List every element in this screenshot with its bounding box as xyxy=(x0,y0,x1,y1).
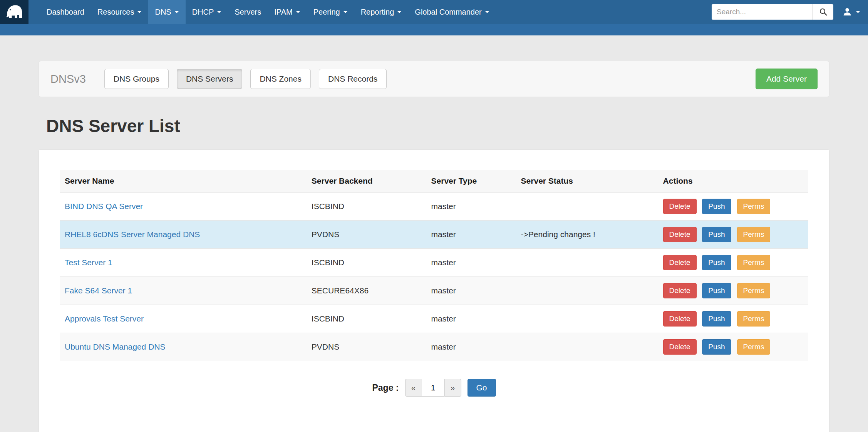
page-label: Page : xyxy=(372,383,399,393)
dns-toolbar: DNSv3 DNS Groups DNS Servers DNS Zones D… xyxy=(39,61,829,97)
navbar-right xyxy=(712,0,868,24)
column-header-server-type: Server Type xyxy=(427,170,516,193)
add-server-button[interactable]: Add Server xyxy=(756,69,818,89)
server-link[interactable]: Approvals Test Server xyxy=(65,314,144,323)
table-row: RHEL8 6cDNS Server Managed DNS PVDNS mas… xyxy=(60,221,808,249)
table-row: Ubuntu DNS Managed DNS PVDNS master Dele… xyxy=(60,333,808,361)
tab-dns-zones[interactable]: DNS Zones xyxy=(250,69,311,89)
nav-item-label: Reporting xyxy=(361,8,394,17)
delete-button[interactable]: Delete xyxy=(663,283,697,298)
perms-button[interactable]: Perms xyxy=(737,339,771,355)
user-icon xyxy=(842,7,853,17)
main-nav: Dashboard Resources DNS DHCP Servers IPA… xyxy=(40,0,496,24)
cell-backend: ISCBIND xyxy=(307,193,427,221)
perms-button[interactable]: Perms xyxy=(737,311,771,327)
next-page-button[interactable]: » xyxy=(444,379,461,397)
push-button[interactable]: Push xyxy=(702,283,731,298)
user-menu[interactable] xyxy=(842,7,860,17)
server-link[interactable]: RHEL8 6cDNS Server Managed DNS xyxy=(65,230,200,239)
delete-button[interactable]: Delete xyxy=(663,339,697,355)
nav-item-global-commander[interactable]: Global Commander xyxy=(408,0,496,24)
push-button[interactable]: Push xyxy=(702,227,731,242)
delete-button[interactable]: Delete xyxy=(663,199,697,214)
cell-backend: PVDNS xyxy=(307,221,427,249)
cell-type: master xyxy=(427,193,516,221)
delete-button[interactable]: Delete xyxy=(663,255,697,270)
cell-backend: PVDNS xyxy=(307,333,427,361)
cell-status xyxy=(516,277,659,305)
tab-dns-groups[interactable]: DNS Groups xyxy=(104,69,169,89)
nav-item-label: DNS xyxy=(155,8,171,17)
nav-item-dashboard[interactable]: Dashboard xyxy=(40,0,91,24)
pagination: Page : « » Go xyxy=(60,379,808,397)
nav-item-label: Peering xyxy=(313,8,340,17)
cell-backend: SECURE64X86 xyxy=(307,277,427,305)
nav-item-reporting[interactable]: Reporting xyxy=(354,0,409,24)
go-button[interactable]: Go xyxy=(468,379,496,397)
perms-button[interactable]: Perms xyxy=(737,283,771,298)
main-content: DNSv3 DNS Groups DNS Servers DNS Zones D… xyxy=(0,61,868,432)
cell-status xyxy=(516,249,659,277)
nav-item-peering[interactable]: Peering xyxy=(307,0,354,24)
cell-status xyxy=(516,305,659,333)
chevron-down-icon xyxy=(174,11,179,13)
cell-backend: ISCBIND xyxy=(307,305,427,333)
nav-item-dns[interactable]: DNS xyxy=(148,0,185,24)
column-header-server-status: Server Status xyxy=(516,170,659,193)
prev-page-button[interactable]: « xyxy=(405,379,422,397)
nav-item-label: Servers xyxy=(235,8,261,17)
perms-button[interactable]: Perms xyxy=(737,199,771,214)
server-link[interactable]: Ubuntu DNS Managed DNS xyxy=(65,342,165,351)
chevron-down-icon xyxy=(343,11,348,13)
push-button[interactable]: Push xyxy=(702,199,731,214)
chevron-down-icon xyxy=(856,11,860,13)
page-input[interactable] xyxy=(422,379,444,397)
push-button[interactable]: Push xyxy=(702,339,731,355)
nav-item-resources[interactable]: Resources xyxy=(91,0,149,24)
chevron-down-icon xyxy=(397,11,402,13)
nav-item-ipam[interactable]: IPAM xyxy=(268,0,307,24)
table-header-row: Server Name Server Backend Server Type S… xyxy=(60,170,808,193)
nav-item-label: DHCP xyxy=(192,8,214,17)
column-header-server-name: Server Name xyxy=(60,170,307,193)
chevron-down-icon xyxy=(485,11,489,13)
search-group xyxy=(712,4,833,20)
server-link[interactable]: BIND DNS QA Server xyxy=(65,202,143,211)
cell-status xyxy=(516,193,659,221)
push-button[interactable]: Push xyxy=(702,311,731,327)
table-row: BIND DNS QA Server ISCBIND master Delete… xyxy=(60,193,808,221)
table-row: Fake S64 Server 1 SECURE64X86 master Del… xyxy=(60,277,808,305)
nav-item-dhcp[interactable]: DHCP xyxy=(186,0,228,24)
nav-item-label: Global Commander xyxy=(415,8,481,17)
navbar-substrip xyxy=(0,24,868,35)
page-title: DNS Server List xyxy=(46,116,829,136)
perms-button[interactable]: Perms xyxy=(737,255,771,270)
search-button[interactable] xyxy=(813,4,833,20)
table-row: Test Server 1 ISCBIND master Delete Push… xyxy=(60,249,808,277)
brand-logo[interactable] xyxy=(0,0,28,24)
search-input[interactable] xyxy=(712,4,813,20)
cell-type: master xyxy=(427,249,516,277)
search-icon xyxy=(819,7,828,17)
delete-button[interactable]: Delete xyxy=(663,311,697,327)
mammoth-icon xyxy=(5,3,23,20)
chevron-down-icon xyxy=(137,11,142,13)
table-row: Approvals Test Server ISCBIND master Del… xyxy=(60,305,808,333)
chevron-down-icon xyxy=(217,11,221,13)
delete-button[interactable]: Delete xyxy=(663,227,697,242)
chevron-down-icon xyxy=(296,11,300,13)
nav-item-servers[interactable]: Servers xyxy=(228,0,268,24)
top-navbar: Dashboard Resources DNS DHCP Servers IPA… xyxy=(0,0,868,24)
nav-item-label: IPAM xyxy=(274,8,292,17)
cell-backend: ISCBIND xyxy=(307,249,427,277)
server-link[interactable]: Fake S64 Server 1 xyxy=(65,286,132,295)
perms-button[interactable]: Perms xyxy=(737,227,771,242)
cell-type: master xyxy=(427,305,516,333)
cell-type: master xyxy=(427,333,516,361)
nav-item-label: Resources xyxy=(97,8,134,17)
push-button[interactable]: Push xyxy=(702,255,731,270)
server-link[interactable]: Test Server 1 xyxy=(65,258,112,267)
tab-dns-records[interactable]: DNS Records xyxy=(319,69,387,89)
cell-type: master xyxy=(427,221,516,249)
tab-dns-servers[interactable]: DNS Servers xyxy=(177,69,243,89)
